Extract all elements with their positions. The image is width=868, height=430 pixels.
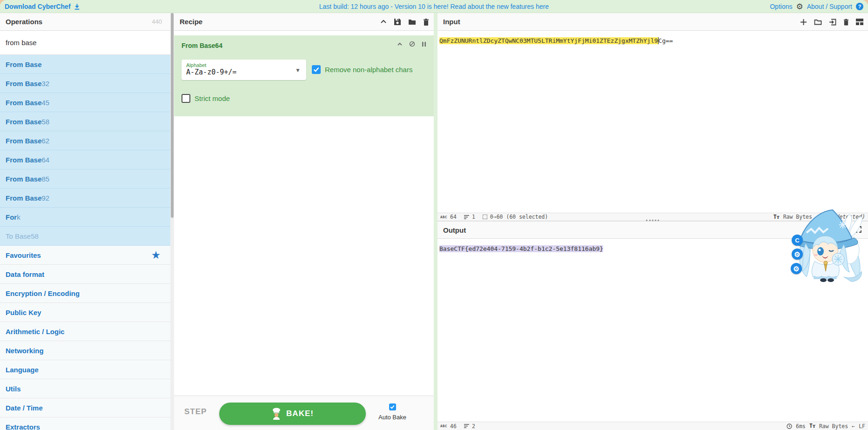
line-count-icon: [464, 424, 469, 428]
operation-title: From Base64: [182, 42, 222, 49]
add-input-icon[interactable]: [800, 19, 807, 26]
io-panel: Input QmFzZUNURntlZDcyZTQwNC03MTU5LTRiMm…: [437, 13, 868, 430]
operation-fork[interactable]: Fork: [0, 208, 170, 227]
input-line-count: 1: [472, 214, 475, 220]
operation-to-base58[interactable]: To Base58: [0, 227, 170, 246]
output-char-count: 46: [450, 423, 457, 430]
topbar-right-links: Options ⚙ About / Support ?: [770, 0, 863, 13]
category-data-format[interactable]: Data format: [0, 265, 170, 284]
cyberchef-app: Download CyberChef Last build: 12 hours …: [0, 0, 868, 430]
collapse-all-icon[interactable]: [380, 19, 387, 25]
category-utils[interactable]: Utils: [0, 379, 170, 398]
eol-arrow-icon: ←: [816, 214, 819, 220]
category-date-time[interactable]: Date / Time: [0, 398, 170, 417]
split-view-icon[interactable]: [856, 19, 863, 25]
mascot-button-cyberchef-logo[interactable]: C: [792, 235, 803, 246]
favourites-star-icon[interactable]: ★: [152, 246, 160, 265]
alphabet-label: Alphabet: [186, 62, 302, 68]
output-textarea[interactable]: BaseCTF{ed72e404-7159-4b2f-b1c2-5e13f811…: [437, 239, 868, 418]
input-header: Input: [437, 13, 868, 31]
recipe-panel: Recipe From Base64: [174, 13, 434, 430]
collapse-op-icon[interactable]: [397, 41, 403, 47]
operation-from-base58[interactable]: From Base58: [0, 112, 170, 131]
category-networking[interactable]: Networking: [0, 341, 170, 360]
operation-from-base45[interactable]: From Base45: [0, 93, 170, 112]
clear-recipe-trash-icon[interactable]: [423, 19, 429, 26]
operations-scrollbar[interactable]: [170, 13, 174, 430]
output-result-text: BaseCTF{ed72e404-7159-4b2f-b1c2-5e13f811…: [439, 245, 603, 252]
scrollbar-thumb[interactable]: [171, 13, 174, 218]
maximise-output-icon[interactable]: [855, 226, 861, 233]
remove-nonalphabet-label: Remove non-alphabet chars: [325, 66, 412, 74]
recipe-header: Recipe: [174, 13, 434, 31]
bake-button[interactable]: BAKE!: [219, 403, 366, 425]
bake-bar: STEP BAKE! Auto Bake: [174, 396, 434, 430]
save-recipe-icon[interactable]: [394, 18, 401, 26]
output-title: Output: [443, 222, 466, 239]
load-recipe-folder-icon[interactable]: [408, 19, 416, 25]
operation-from-base62[interactable]: From Base62: [0, 131, 170, 150]
clear-input-trash-icon[interactable]: [843, 19, 849, 26]
char-count-icon: ABC: [440, 215, 447, 219]
input-encoding-value[interactable]: Raw Bytes: [783, 214, 812, 220]
input-rest-text: Cg==: [659, 37, 673, 44]
input-eol-value[interactable]: LF: [823, 214, 829, 220]
output-encoding-value[interactable]: Raw Bytes: [819, 423, 848, 430]
options-link[interactable]: Options: [770, 3, 792, 10]
operations-list: From Base From Base32 From Base45 From B…: [0, 55, 170, 430]
input-char-count: 64: [450, 214, 457, 220]
auto-bake-control: Auto Bake: [371, 403, 413, 421]
input-selected-text: QmFzZUNURntlZDcyZTQwNC03MTU5LTRiMmYtYjFj…: [439, 37, 658, 44]
breakpoint-pause-icon[interactable]: [422, 41, 426, 47]
category-favourites[interactable]: Favourites ★: [0, 246, 170, 265]
strict-mode-checkbox[interactable]: [182, 94, 190, 103]
chevron-down-icon: ▼: [295, 67, 301, 74]
category-encryption-encoding[interactable]: Encryption / Encoding: [0, 284, 170, 303]
remove-nonalphabet-checkbox[interactable]: [312, 65, 321, 74]
bake-time-clock-icon: [787, 423, 792, 429]
output-header: Output: [437, 221, 868, 239]
category-language[interactable]: Language: [0, 360, 170, 379]
output-eol-value[interactable]: LF: [859, 423, 865, 430]
line-count-icon: [464, 215, 469, 219]
input-textarea[interactable]: QmFzZUNURntlZDcyZTQwNC03MTU5LTRiMmYtYjFj…: [437, 31, 868, 213]
disable-op-icon[interactable]: [409, 41, 415, 47]
input-title: Input: [443, 13, 460, 31]
category-extractors[interactable]: Extractors: [0, 417, 170, 430]
open-folder-icon[interactable]: [814, 19, 822, 25]
operation-from-base32[interactable]: From Base32: [0, 74, 170, 93]
auto-bake-checkbox[interactable]: [389, 403, 396, 410]
selection-icon: [483, 215, 487, 219]
character-encoding-icon[interactable]: Tᴛ: [774, 214, 780, 221]
category-public-key[interactable]: Public Key: [0, 303, 170, 322]
step-button[interactable]: STEP: [184, 407, 207, 417]
input-selection-info: 0→60 (60 selected): [490, 214, 548, 220]
alphabet-select[interactable]: Alphabet A-Za-z0-9+/= ▼: [182, 60, 306, 80]
mascot-button-magic-gear[interactable]: ⚙: [792, 249, 803, 260]
output-status-bar: ABC46 2 6ms Tᴛ Raw Bytes ← LF: [437, 422, 868, 430]
operations-search-input[interactable]: [0, 31, 170, 55]
strict-mode-row: Strict mode: [182, 94, 230, 103]
copy-output-icon[interactable]: [841, 226, 848, 233]
operations-header: Operations 440: [0, 13, 170, 31]
category-arithmetic-logic[interactable]: Arithmetic / Logic: [0, 322, 170, 341]
mascot-button-settings-gear[interactable]: ⚙: [791, 263, 802, 274]
operation-from-base64[interactable]: From Base64: [0, 150, 170, 169]
open-file-input-icon[interactable]: [829, 19, 836, 26]
output-line-count: 2: [472, 423, 475, 430]
recipe-operation-from-base64[interactable]: From Base64 Alphabet A-Za-z0-9+/= ▼ Remo…: [174, 35, 434, 116]
help-icon[interactable]: ?: [856, 3, 863, 10]
eol-detected-note: (detected): [833, 214, 865, 220]
operation-from-base[interactable]: From Base: [0, 55, 170, 74]
strict-mode-label: Strict mode: [195, 94, 230, 102]
options-gear-icon[interactable]: ⚙: [796, 3, 803, 11]
bake-label: BAKE!: [286, 409, 314, 418]
character-encoding-icon[interactable]: Tᴛ: [809, 423, 815, 430]
operations-count: 440: [152, 13, 162, 31]
recipe-title: Recipe: [180, 13, 202, 31]
auto-bake-label: Auto Bake: [371, 414, 413, 421]
operation-from-base85[interactable]: From Base85: [0, 169, 170, 188]
about-support-link[interactable]: About / Support: [807, 3, 852, 10]
build-banner-link[interactable]: Last build: 12 hours ago - Version 10 is…: [0, 0, 868, 13]
operation-from-base92[interactable]: From Base92: [0, 188, 170, 208]
